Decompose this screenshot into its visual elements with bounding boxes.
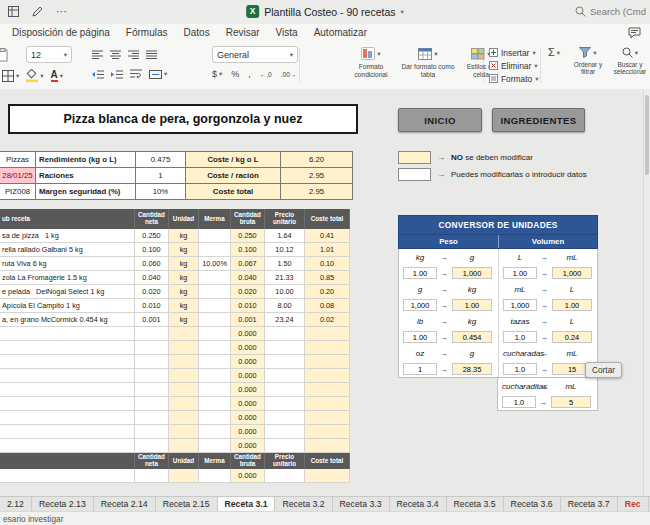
conversion-value-cell[interactable]: 1,000 (403, 299, 437, 311)
format-as-table-button[interactable]: ▾ Dar formato como tabla (400, 46, 456, 78)
ingredient-name-cell[interactable]: a, en grano McCormick 0.454 kg (0, 313, 135, 327)
conversion-value-cell[interactable]: 1.00 (403, 267, 437, 279)
cantidad-neta-cell[interactable] (135, 469, 169, 483)
pencil-icon[interactable] (32, 6, 43, 17)
unidad-cell[interactable]: kg (169, 229, 199, 243)
decrease-decimal-icon[interactable]: .00→ (281, 71, 297, 78)
cantidad-neta-cell[interactable] (135, 425, 169, 439)
comment-icon[interactable] (628, 27, 641, 39)
merma-cell[interactable] (199, 285, 231, 299)
conversion-value-cell[interactable]: 1.0 (502, 396, 536, 408)
merma-cell[interactable] (199, 383, 231, 397)
cantidad-neta-cell[interactable]: 0.001 (135, 313, 169, 327)
sheet-tab-11[interactable]: Rec (618, 497, 649, 512)
font-size-select[interactable]: 12 ▾ (26, 46, 72, 63)
borders-icon[interactable]: ▾ (2, 70, 19, 82)
info-value-cell[interactable]: 0.475 (136, 152, 186, 168)
conversion-value-cell[interactable]: 1.00 (503, 267, 537, 279)
merma-cell[interactable] (199, 271, 231, 285)
merma-cell[interactable] (199, 369, 231, 383)
merge-cells-icon[interactable]: ▾ (149, 70, 167, 79)
unidad-cell[interactable] (169, 327, 199, 341)
precio-unitario-cell[interactable]: 23.24 (265, 313, 305, 327)
increase-decimal-icon[interactable]: ←.0 (260, 71, 272, 78)
unidad-cell[interactable]: kg (169, 243, 199, 257)
unidad-cell[interactable]: kg (169, 299, 199, 313)
ingredient-name-cell[interactable] (0, 411, 135, 425)
ingredient-name-cell[interactable] (0, 469, 135, 483)
cantidad-neta-cell[interactable] (135, 383, 169, 397)
unidad-cell[interactable] (169, 397, 199, 411)
ingredient-name-cell[interactable] (0, 369, 135, 383)
search-box[interactable]: Search (Cmd (575, 6, 646, 17)
ingredient-name-cell[interactable] (0, 327, 135, 341)
ribbon-tab-5[interactable]: Automatizar (306, 24, 375, 42)
info-value-cell[interactable]: 10% (136, 184, 186, 200)
ellipsis-icon[interactable]: ⋯ (56, 6, 67, 17)
precio-unitario-cell[interactable] (265, 383, 305, 397)
merma-cell[interactable] (199, 469, 231, 483)
cantidad-neta-cell[interactable]: 0.250 (135, 229, 169, 243)
merma-cell[interactable] (199, 229, 231, 243)
cantidad-neta-cell[interactable] (135, 355, 169, 369)
info-id-cell[interactable]: 28/01/25 (0, 168, 36, 184)
percent-format-icon[interactable]: % (231, 69, 239, 79)
conditional-formatting-button[interactable]: ▾ Formato condicional (344, 46, 398, 78)
ingredient-name-cell[interactable] (0, 439, 135, 453)
info-id-cell[interactable]: PIZ008 (0, 184, 36, 200)
sheet-tab-6[interactable]: Receta 3.3 (333, 497, 390, 512)
ribbon-tab-2[interactable]: Datos (176, 24, 218, 42)
sheet-tab-5[interactable]: Receta 3.2 (275, 497, 332, 512)
sheet-tab-10[interactable]: Receta 3.7 (561, 497, 618, 512)
merma-cell[interactable] (199, 341, 231, 355)
unidad-cell[interactable] (169, 425, 199, 439)
align-left-icon[interactable] (92, 50, 103, 59)
precio-unitario-cell[interactable] (265, 369, 305, 383)
cantidad-neta-cell[interactable] (135, 439, 169, 453)
info-id-cell[interactable]: Pizzas (0, 152, 36, 168)
paintbrush-icon[interactable] (0, 48, 9, 62)
document-title[interactable]: X Plantilla Costeo - 90 recetas ▾ (246, 5, 404, 18)
cantidad-neta-cell[interactable] (135, 397, 169, 411)
merma-cell[interactable] (199, 411, 231, 425)
cantidad-neta-cell[interactable]: 0.060 (135, 257, 169, 271)
ribbon-tab-4[interactable]: Vista (268, 24, 306, 42)
align-right-icon[interactable] (128, 50, 139, 59)
font-color-icon[interactable]: A ▾ (51, 70, 64, 82)
insert-cells-button[interactable]: Insertar ▾ (489, 46, 538, 59)
info-value-cell[interactable]: 1 (136, 168, 186, 184)
merma-cell[interactable] (199, 439, 231, 453)
sheet-tab-4[interactable]: Receta 3.1 (218, 497, 276, 512)
precio-unitario-cell[interactable]: 21.33 (265, 271, 305, 285)
vertical-scrollbar[interactable] (643, 89, 650, 497)
unidad-cell[interactable] (169, 383, 199, 397)
outdent-icon[interactable] (92, 70, 104, 79)
unidad-cell[interactable]: kg (169, 313, 199, 327)
unidad-cell[interactable] (169, 369, 199, 383)
cantidad-neta-cell[interactable]: 0.040 (135, 271, 169, 285)
cantidad-neta-cell[interactable] (135, 369, 169, 383)
ingredient-name-cell[interactable] (0, 383, 135, 397)
precio-unitario-cell[interactable]: 8.00 (265, 299, 305, 313)
ingredient-name-cell[interactable] (0, 425, 135, 439)
cantidad-neta-cell[interactable]: 0.100 (135, 243, 169, 257)
merma-cell[interactable] (199, 355, 231, 369)
precio-unitario-cell[interactable] (265, 439, 305, 453)
conversion-value-cell[interactable]: 1.0 (503, 363, 537, 375)
ingredient-name-cell[interactable]: zola La Fromagerie 1.5 kg (0, 271, 135, 285)
sort-filter-button[interactable]: ▾ Ordenar y filtrar (567, 46, 609, 76)
cantidad-neta-cell[interactable] (135, 411, 169, 425)
ribbon-tab-3[interactable]: Revisar (218, 24, 268, 42)
sheet-tab-1[interactable]: Receta 2.13 (32, 497, 94, 512)
autosum-button[interactable]: Σ▾ (543, 46, 565, 61)
scrollbar-thumb[interactable] (645, 95, 649, 175)
merma-cell[interactable]: 10.00% (199, 257, 231, 271)
merma-cell[interactable] (199, 425, 231, 439)
sheet-tab-7[interactable]: Receta 3.4 (390, 497, 447, 512)
precio-unitario-cell[interactable] (265, 411, 305, 425)
grid-icon[interactable] (8, 6, 19, 17)
unidad-cell[interactable] (169, 469, 199, 483)
conversion-value-cell[interactable]: 1,000 (503, 299, 537, 311)
sheet-tab-9[interactable]: Receta 3.6 (504, 497, 561, 512)
unidad-cell[interactable] (169, 439, 199, 453)
